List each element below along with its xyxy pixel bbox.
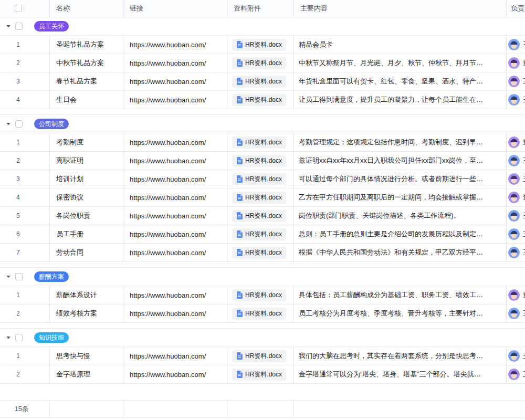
content-cell[interactable]: 中秋节又称祭月节、月光诞、月夕、秋节、仲秋节、拜月节… — [294, 54, 507, 72]
attachment-chip[interactable]: HR资料.docx — [232, 228, 286, 240]
name-cell[interactable]: 离职证明 — [50, 152, 123, 170]
content-cell[interactable]: 可以通过每个部门的具体情况进行分析。或者前期进行一些… — [294, 170, 507, 188]
column-header-attachment[interactable]: 资料附件 — [227, 0, 294, 17]
link-cell[interactable]: https://www.huoban.com/ — [123, 36, 227, 54]
attachment-chip[interactable]: HR资料.docx — [232, 289, 286, 301]
link-cell[interactable]: https://www.huoban.com/ — [123, 244, 227, 261]
attachment-cell[interactable]: HR资料.docx — [227, 207, 294, 225]
attachment-cell[interactable]: HR资料.docx — [227, 91, 294, 109]
attachment-cell[interactable]: HR资料.docx — [227, 133, 294, 151]
link-cell[interactable]: https://www.huoban.com/ — [123, 365, 227, 383]
link-cell[interactable]: https://www.huoban.com/ — [123, 286, 227, 304]
content-cell[interactable]: 根据《中华人民共和国劳动法》和有关规定，甲乙双方经平… — [294, 244, 507, 261]
column-header-link[interactable]: 链接 — [123, 0, 227, 17]
owner-cell[interactable]: 王 — [507, 304, 525, 322]
attachment-chip[interactable]: HR资料.docx — [232, 155, 286, 167]
content-cell[interactable]: 乙方在甲方任职期间及离职后的一定期间，均会接触或掌握… — [294, 188, 507, 206]
name-cell[interactable]: 绩效考核方案 — [50, 304, 123, 322]
owner-cell[interactable]: 王 — [507, 207, 525, 225]
name-cell[interactable]: 金字塔原理 — [50, 365, 123, 383]
owner-cell[interactable]: 王 — [507, 72, 525, 90]
content-cell[interactable]: 员工考核分为月度考核、季度考核、晋升考核等，主要针对… — [294, 304, 507, 322]
link-cell[interactable]: https://www.huoban.com/ — [123, 72, 227, 90]
owner-cell[interactable]: 董 — [507, 286, 525, 304]
group-checkbox[interactable] — [15, 334, 23, 341]
content-cell[interactable]: 我们的大脑在思考时，其实存在着两套系统，分别是快思考… — [294, 347, 507, 365]
content-cell[interactable]: 兹证明xx自xx年xx月xx日入职我公司担任xx部门xx岗位，至… — [294, 152, 507, 170]
attachment-cell[interactable]: HR资料.docx — [227, 304, 294, 322]
name-cell[interactable]: 各岗位职责 — [50, 207, 123, 225]
owner-cell[interactable]: 王 — [507, 36, 525, 54]
name-cell[interactable]: 春节礼品方案 — [50, 72, 123, 90]
content-cell[interactable]: 具体包括：员工薪酬构成分为基础工资、职务工资、绩效工… — [294, 286, 507, 304]
content-cell[interactable]: 让员工得到满意度，提升员工的凝聚力，让每个员工能生在… — [294, 91, 507, 109]
link-cell[interactable]: https://www.huoban.com/ — [123, 91, 227, 109]
content-cell[interactable]: 精品会员卡 — [294, 36, 507, 54]
attachment-chip[interactable]: HR资料.docx — [232, 350, 286, 362]
owner-cell[interactable]: 王 — [507, 91, 525, 109]
attachment-cell[interactable]: HR资料.docx — [227, 152, 294, 170]
link-cell[interactable]: https://www.huoban.com/ — [123, 188, 227, 206]
attachment-chip[interactable]: HR资料.docx — [232, 173, 286, 185]
owner-cell[interactable]: 王 — [507, 365, 525, 383]
group-checkbox[interactable] — [15, 23, 23, 30]
owner-cell[interactable]: 王 — [507, 225, 525, 243]
name-cell[interactable]: 考勤制度 — [50, 133, 123, 151]
name-cell[interactable]: 中秋节礼品方案 — [50, 54, 123, 72]
attachment-chip[interactable]: HR资料.docx — [232, 308, 286, 320]
link-cell[interactable]: https://www.huoban.com/ — [123, 347, 227, 365]
attachment-cell[interactable]: HR资料.docx — [227, 170, 294, 188]
group-checkbox[interactable] — [15, 120, 23, 128]
owner-cell[interactable]: 王 — [507, 152, 525, 170]
chevron-down-icon[interactable] — [5, 121, 12, 127]
link-cell[interactable]: https://www.huoban.com/ — [123, 152, 227, 170]
name-cell[interactable]: 圣诞节礼品方案 — [50, 36, 123, 54]
attachment-cell[interactable]: HR资料.docx — [227, 244, 294, 261]
select-all-checkbox[interactable] — [15, 5, 22, 12]
owner-cell[interactable]: 董 — [507, 133, 525, 151]
chevron-down-icon[interactable] — [5, 274, 12, 280]
attachment-chip[interactable]: HR资料.docx — [232, 57, 286, 69]
attachment-chip[interactable]: HR资料.docx — [232, 210, 286, 222]
content-cell[interactable]: 考勤管理规定：这项规定包括作息时间、考勤制度、迟到早… — [294, 133, 507, 151]
name-cell[interactable]: 员工手册 — [50, 225, 123, 243]
attachment-chip[interactable]: HR资料.docx — [232, 94, 286, 106]
attachment-cell[interactable]: HR资料.docx — [227, 347, 294, 365]
attachment-chip[interactable]: HR资料.docx — [232, 136, 286, 149]
attachment-chip[interactable]: HR资料.docx — [232, 76, 286, 88]
link-cell[interactable]: https://www.huoban.com/ — [123, 170, 227, 188]
owner-cell[interactable]: 董 — [507, 188, 525, 206]
link-cell[interactable]: https://www.huoban.com/ — [123, 54, 227, 72]
name-cell[interactable]: 培训计划 — [50, 170, 123, 188]
owner-cell[interactable]: 王 — [507, 347, 525, 365]
attachment-cell[interactable]: HR资料.docx — [227, 36, 294, 54]
link-cell[interactable]: https://www.huoban.com/ — [123, 133, 227, 151]
chevron-down-icon[interactable] — [5, 334, 12, 341]
name-cell[interactable]: 思考快与慢 — [50, 347, 123, 365]
name-cell[interactable]: 劳动合同 — [50, 244, 123, 261]
column-header-owner[interactable]: 负责人 — [507, 0, 525, 17]
owner-cell[interactable]: 王 — [507, 170, 525, 188]
owner-cell[interactable]: 王 — [507, 244, 525, 261]
link-cell[interactable]: https://www.huoban.com/ — [123, 225, 227, 243]
content-cell[interactable]: 岗位职责(部门职责、关键岗位描述、各类工作流程)。 — [294, 207, 507, 225]
name-cell[interactable]: 薪酬体系设计 — [50, 286, 123, 304]
attachment-cell[interactable]: HR资料.docx — [227, 365, 294, 383]
name-cell[interactable]: 保密协议 — [50, 188, 123, 206]
owner-cell[interactable]: 董 — [507, 54, 525, 72]
chevron-down-icon[interactable] — [5, 23, 12, 29]
attachment-chip[interactable]: HR资料.docx — [232, 192, 286, 204]
link-cell[interactable]: https://www.huoban.com/ — [123, 304, 227, 322]
name-cell[interactable]: 生日会 — [50, 91, 123, 109]
column-header-content[interactable]: 主要内容 — [294, 0, 507, 17]
attachment-cell[interactable]: HR资料.docx — [227, 225, 294, 243]
link-cell[interactable]: https://www.huoban.com/ — [123, 207, 227, 225]
attachment-chip[interactable]: HR资料.docx — [232, 369, 286, 381]
attachment-cell[interactable]: HR资料.docx — [227, 72, 294, 90]
group-checkbox[interactable] — [15, 273, 23, 280]
attachment-cell[interactable]: HR资料.docx — [227, 188, 294, 206]
content-cell[interactable]: 年货礼盒里面可以有贺卡、红包、零食、坚果、酒水、特产… — [294, 72, 507, 90]
attachment-chip[interactable]: HR资料.docx — [232, 247, 286, 259]
content-cell[interactable]: 总则：员工手册的总则主要是介绍公司的发展历程以及制定… — [294, 225, 507, 243]
column-header-name[interactable]: 名称 — [50, 0, 123, 17]
